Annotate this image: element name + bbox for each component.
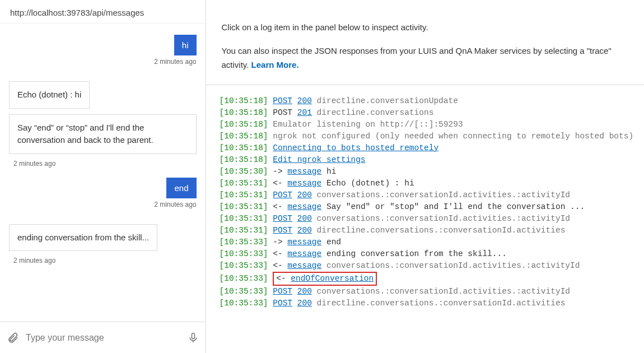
chat-message-bot[interactable]: Echo (dotnet) : hi — [9, 81, 197, 109]
log-link-status[interactable]: 201 — [297, 108, 312, 117]
log-link-status[interactable]: 200 — [297, 214, 312, 223]
log-line[interactable]: [10:35:31] <- message Say "end" or "stop… — [220, 201, 638, 213]
log-link-eoc[interactable]: endOfConversation — [291, 274, 374, 283]
chat-bubble: Say “end” or “stop” and I'll end the con… — [9, 114, 197, 154]
log-link-post[interactable]: POST — [273, 191, 292, 199]
chat-timestamp: 2 minutes ago — [13, 257, 197, 264]
log-line[interactable]: [10:35:33] POST 200 directline.conversat… — [220, 298, 638, 309]
log-link-status[interactable]: 200 — [297, 96, 312, 105]
chat-bubble: hi — [174, 35, 197, 55]
log-link-status[interactable]: 200 — [297, 299, 312, 308]
log-line[interactable]: [10:35:18] Emulator listening on http://… — [220, 119, 638, 131]
attachment-icon[interactable] — [7, 331, 19, 345]
chat-bubble: Echo (dotnet) : hi — [9, 81, 90, 109]
log-line[interactable]: [10:35:18] ngrok not configured (only ne… — [220, 131, 638, 142]
log-link-status[interactable]: 200 — [297, 226, 312, 235]
log-line[interactable]: [10:35:18] POST 200 directline.conversat… — [220, 95, 638, 107]
log-line[interactable]: [10:35:18] Edit ngrok settings — [220, 154, 638, 166]
chat-message-bot[interactable]: Say “end” or “stop” and I'll end the con… — [9, 114, 197, 154]
microphone-icon[interactable] — [188, 331, 199, 345]
log-link-remote[interactable]: Connecting to bots hosted remotely — [273, 143, 438, 152]
chat-bubble: ending conversation from the skill... — [9, 224, 157, 252]
log-line[interactable]: [10:35:31] <- message Echo (dotnet) : hi — [220, 178, 638, 189]
inspector-hint-1: Click on a log item in the panel below t… — [222, 20, 628, 35]
inspector-hint-2: You can also inspect the JSON responses … — [222, 44, 628, 72]
chat-timestamp: 2 minutes ago — [154, 58, 196, 66]
log-link-post[interactable]: POST — [273, 96, 292, 105]
log-line[interactable]: [10:35:31] POST 200 conversations.:conve… — [220, 189, 638, 201]
log-link-post[interactable]: POST — [273, 287, 292, 296]
log-line[interactable]: [10:35:31] POST 200 directline.conversat… — [220, 225, 638, 236]
log-link-post[interactable]: POST — [273, 226, 292, 235]
log-line[interactable]: [10:35:30] -> message hi — [220, 166, 638, 178]
svg-rect-0 — [192, 333, 194, 338]
log-link-post[interactable]: POST — [273, 214, 292, 223]
chat-timestamp: 2 minutes ago — [13, 160, 197, 168]
chat-timestamp: 2 minutes ago — [154, 201, 196, 208]
endpoint-url: http://localhost:39783/api/messages — [0, 0, 206, 24]
activity-log[interactable]: [10:35:18] POST 200 directline.conversat… — [206, 85, 644, 354]
log-line[interactable]: [10:35:33] <- message conversations.:con… — [220, 260, 638, 272]
log-line[interactable]: [10:35:33] POST 200 conversations.:conve… — [220, 286, 638, 298]
log-link-message[interactable]: message — [287, 167, 321, 176]
log-link-ngrok[interactable]: Edit ngrok settings — [273, 155, 365, 164]
log-line[interactable]: [10:35:31] POST 200 conversations.:conve… — [220, 213, 638, 225]
chat-panel: http://localhost:39783/api/messages hi 2… — [0, 0, 206, 353]
log-line[interactable]: [10:35:33] -> message end — [220, 236, 638, 248]
chat-message-user[interactable]: end 2 minutes ago — [9, 178, 197, 208]
log-link-status[interactable]: 200 — [297, 191, 312, 199]
log-link-message[interactable]: message — [287, 261, 321, 270]
highlighted-log-entry[interactable]: <- endOfConversation — [273, 272, 377, 286]
log-link-message[interactable]: message — [287, 179, 321, 188]
chat-message-bot[interactable]: ending conversation from the skill... — [9, 224, 197, 252]
inspector-panel: Click on a log item in the panel below t… — [206, 0, 644, 353]
log-line[interactable]: [10:35:18] Connecting to bots hosted rem… — [220, 142, 638, 154]
inspector-header: Click on a log item in the panel below t… — [206, 0, 644, 85]
log-link-message[interactable]: message — [287, 249, 321, 258]
chat-message-user[interactable]: hi 2 minutes ago — [9, 35, 197, 66]
log-line[interactable]: [10:35:33] <- message ending conversatio… — [220, 248, 638, 260]
chat-bubble: end — [166, 178, 196, 198]
log-line[interactable]: [10:35:33] <- endOfConversation — [220, 272, 638, 286]
composer — [0, 322, 206, 353]
log-link-post[interactable]: POST — [273, 299, 292, 308]
message-input[interactable] — [19, 333, 188, 343]
chat-scroll[interactable]: hi 2 minutes ago Echo (dotnet) : hi Say … — [0, 24, 206, 322]
log-link-status[interactable]: 200 — [297, 287, 312, 296]
log-line[interactable]: [10:35:18] POST 201 directline.conversat… — [220, 107, 638, 119]
log-link-message[interactable]: message — [287, 202, 321, 211]
learn-more-link[interactable]: Learn More. — [251, 60, 299, 69]
log-link-message[interactable]: message — [287, 238, 321, 247]
